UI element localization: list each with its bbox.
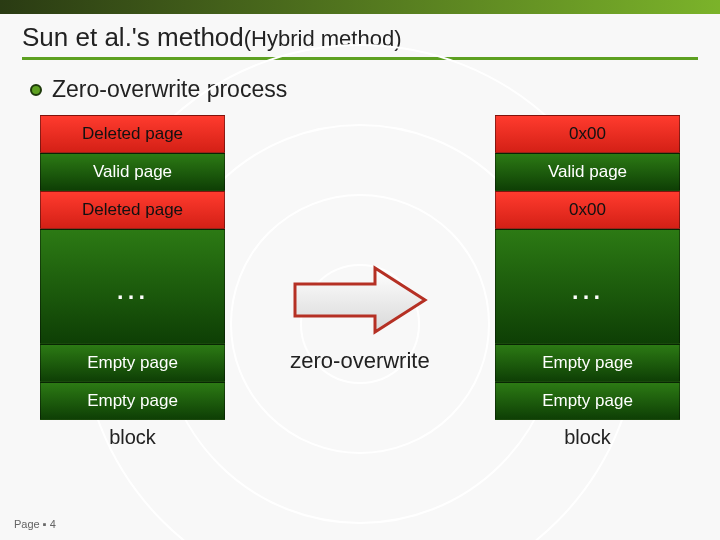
title-sub: (Hybrid method) [244, 26, 402, 51]
bullet-icon [30, 84, 42, 96]
page-empty: Empty page [495, 344, 680, 382]
arrow-column: zero-overwrite [265, 185, 455, 449]
left-block: Deleted page Valid page Deleted page … E… [40, 115, 225, 449]
page-empty: Empty page [495, 382, 680, 420]
page-title: Sun et al.'s method(Hybrid method) [22, 22, 698, 60]
section-heading-row: Zero-overwrite process [0, 64, 720, 103]
page-valid: Valid page [40, 153, 225, 191]
svg-marker-0 [295, 268, 425, 332]
block-caption: block [564, 426, 611, 449]
page-valid: Valid page [495, 153, 680, 191]
page-ellipsis: … [495, 229, 680, 344]
block-caption: block [109, 426, 156, 449]
page-ellipsis: … [40, 229, 225, 344]
page-zeroed: 0x00 [495, 115, 680, 153]
page-deleted: Deleted page [40, 191, 225, 229]
page-empty: Empty page [40, 382, 225, 420]
title-main: Sun et al.'s method [22, 22, 244, 52]
right-block: 0x00 Valid page 0x00 … Empty page Empty … [495, 115, 680, 449]
diagram: Deleted page Valid page Deleted page … E… [0, 103, 720, 449]
page-deleted: Deleted page [40, 115, 225, 153]
arrow-icon [285, 260, 435, 340]
accent-header-bar [0, 0, 720, 14]
page-number: Page ▪ 4 [14, 518, 56, 530]
page-empty: Empty page [40, 344, 225, 382]
arrow-label: zero-overwrite [290, 348, 429, 374]
page-zeroed: 0x00 [495, 191, 680, 229]
section-heading: Zero-overwrite process [52, 76, 287, 103]
